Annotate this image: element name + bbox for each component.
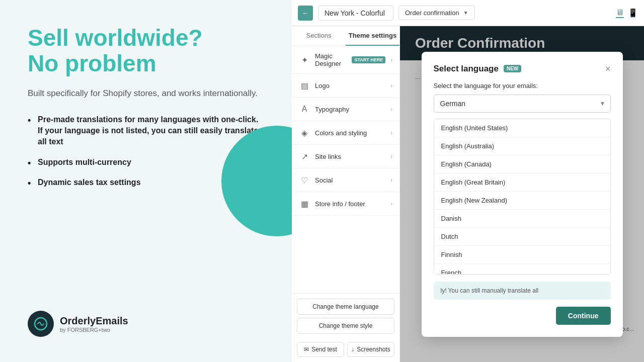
modal-label: Select the language for your emails: [434, 82, 611, 89]
logo-text: OrderlyEmails by FORSBERG+two [60, 315, 128, 333]
lang-option-en_US[interactable]: English (United States) [434, 119, 610, 137]
theme-name: New York - Colorful [318, 6, 393, 21]
sidebar-item-logo[interactable]: ▤Logo› [292, 74, 399, 98]
logo-area: OrderlyEmails by FORSBERG+two [28, 311, 264, 337]
sidebar-item-label: Site links [315, 153, 385, 160]
preview-area: Order Confirmation ... Customer Björn Fo… [400, 26, 644, 362]
lang-option-fi[interactable]: Finnish [434, 246, 610, 264]
footer-buttons: ✉ Send test ↓ Screenshots [292, 338, 399, 362]
sidebar-item-social[interactable]: ♡Social› [292, 168, 399, 192]
lang-option-en_GB[interactable]: English (Great Britain) [434, 173, 610, 192]
device-icons: 🖥 📱 [616, 8, 638, 18]
sidebar-item-arrow-icon: › [390, 153, 392, 159]
sidebar-item-arrow-icon: › [390, 177, 392, 183]
sidebar-item-site-links[interactable]: ↗Site links› [292, 145, 399, 168]
lang-option-fr[interactable]: French [434, 264, 610, 275]
desktop-icon[interactable]: 🖥 [616, 8, 624, 18]
modal-overlay: Select language NEW × Select the languag… [400, 26, 644, 362]
sidebar-item-icon: A [299, 104, 310, 115]
sidebar-item-badge: START HERE [352, 56, 385, 63]
sidebar-items-list: ✦Magic DesignerSTART HERE›▤Logo›ATypogra… [292, 46, 399, 293]
sidebar-item-label: Social [315, 176, 385, 184]
back-button[interactable]: ← [298, 6, 313, 21]
right-panel: ← New York - Colorful Order confirmation… [292, 0, 644, 362]
send-test-button[interactable]: ✉ Send test [297, 342, 344, 357]
modal-footer: Continue [434, 307, 611, 325]
modal-close-button[interactable]: × [605, 64, 611, 73]
modal-header: Select language NEW × [434, 64, 611, 74]
sidebar-item-icon: ✦ [299, 54, 310, 65]
subtitle: Built specifically for Shopify stores, a… [28, 87, 264, 100]
new-badge: NEW [504, 65, 521, 72]
lang-option-en_AU[interactable]: English (Australia) [434, 137, 610, 155]
lang-option-nl[interactable]: Dutch [434, 228, 610, 246]
sidebar-item-arrow-icon: › [390, 106, 392, 112]
sidebar-item-store-info-/-footer[interactable]: ▦Store info / footer› [292, 192, 399, 216]
sidebar-item-typography[interactable]: ATypography› [292, 98, 399, 121]
headline: Sell worldwide? No problem [28, 25, 264, 76]
language-select[interactable]: English (United States)English (Australi… [434, 95, 611, 113]
sidebar-item-label: Magic Designer [315, 52, 347, 67]
sidebar-tabs: Sections Theme settings [292, 26, 399, 46]
send-test-icon: ✉ [304, 346, 309, 353]
change-theme-language-button[interactable]: Change theme language [297, 299, 394, 315]
continue-button[interactable]: Continue [556, 307, 611, 325]
mobile-icon[interactable]: 📱 [628, 8, 638, 18]
change-theme-style-button[interactable]: Change theme style [297, 318, 394, 334]
logo-icon [28, 311, 54, 337]
info-box: ly! You can still manually translate all [434, 282, 611, 300]
modal-title-row: Select language NEW [434, 64, 522, 74]
dropdown-arrow-icon: ▼ [463, 10, 468, 16]
language-select-wrapper: English (United States)English (Australi… [434, 95, 611, 113]
sidebar-item-label: Store info / footer [315, 200, 385, 208]
left-panel: Sell worldwide? No problem Built specifi… [0, 0, 292, 362]
sidebar-item-magic-designer[interactable]: ✦Magic DesignerSTART HERE› [292, 46, 399, 74]
tab-sections[interactable]: Sections [292, 26, 346, 46]
sidebar-item-arrow-icon: › [390, 82, 392, 88]
sidebar: Sections Theme settings ✦Magic DesignerS… [292, 26, 400, 362]
screenshots-button[interactable]: ↓ Screenshots [347, 342, 394, 357]
select-language-modal: Select language NEW × Select the languag… [422, 52, 623, 337]
sidebar-item-icon: ▤ [299, 80, 310, 91]
sidebar-item-label: Logo [315, 82, 385, 89]
bullet-item: Pre-made translations for many languages… [28, 114, 264, 148]
screenshots-icon: ↓ [351, 346, 354, 353]
sidebar-item-arrow-icon: › [390, 201, 392, 207]
sidebar-item-arrow-icon: › [390, 57, 392, 63]
lang-option-da[interactable]: Danish [434, 210, 610, 228]
language-dropdown[interactable]: English (United States)English (Australi… [434, 119, 611, 275]
tab-theme-settings[interactable]: Theme settings [346, 26, 399, 46]
lang-option-en_NZ[interactable]: English (New Zealand) [434, 192, 610, 210]
sidebar-item-label: Colors and styling [315, 129, 385, 137]
lang-option-en_CA[interactable]: English (Canada) [434, 155, 610, 173]
sidebar-actions: Change theme language Change theme style [292, 293, 399, 338]
sidebar-item-icon: ↗ [299, 151, 310, 162]
order-dropdown[interactable]: Order confirmation ▼ [398, 6, 475, 20]
sidebar-item-arrow-icon: › [390, 130, 392, 136]
sidebar-item-colors-and-styling[interactable]: ◈Colors and styling› [292, 121, 399, 145]
editor-topbar: ← New York - Colorful Order confirmation… [292, 0, 644, 26]
sidebar-item-label: Typography [315, 106, 385, 113]
sidebar-item-icon: ♡ [299, 174, 310, 186]
modal-title: Select language [434, 64, 499, 74]
sidebar-item-icon: ▦ [299, 198, 310, 209]
sidebar-item-icon: ◈ [299, 127, 310, 138]
editor-body: Sections Theme settings ✦Magic DesignerS… [292, 26, 644, 362]
